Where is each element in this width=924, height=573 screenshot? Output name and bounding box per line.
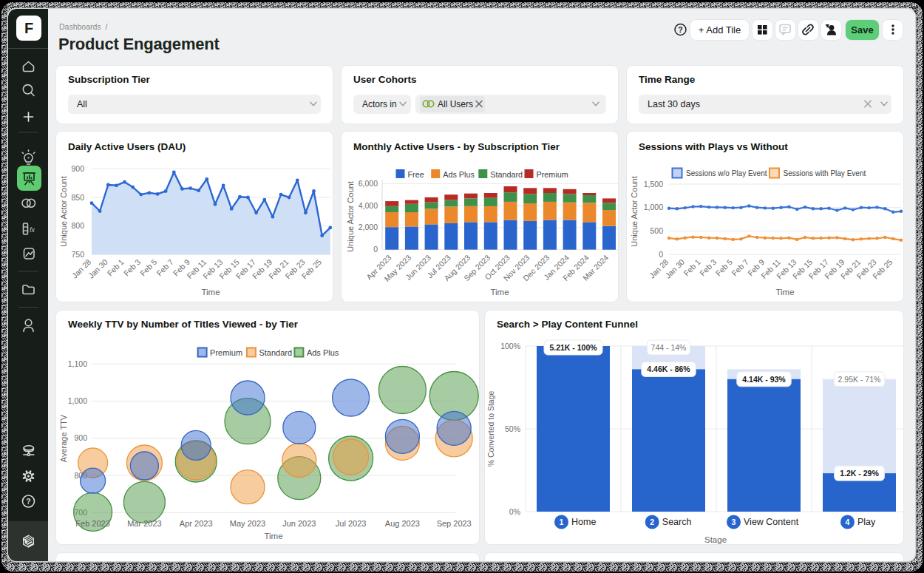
svg-text:4,000: 4,000 xyxy=(359,201,378,210)
svg-text:900: 900 xyxy=(74,433,87,442)
svg-text:Jan 30: Jan 30 xyxy=(86,257,109,280)
svg-text:Time: Time xyxy=(775,288,794,296)
svg-text:0%: 0% xyxy=(509,507,520,516)
svg-text:Feb 7: Feb 7 xyxy=(730,257,750,278)
svg-text:Unique Actor Count: Unique Actor Count xyxy=(59,176,68,246)
svg-text:1,000: 1,000 xyxy=(68,396,87,405)
svg-text:800: 800 xyxy=(71,221,84,230)
svg-text:% Converted to Stage: % Converted to Stage xyxy=(486,390,495,467)
svg-text:Feb 3: Feb 3 xyxy=(122,257,143,278)
svg-text:50%: 50% xyxy=(505,424,520,433)
svg-text:Feb 5: Feb 5 xyxy=(138,257,159,278)
svg-text:Stage: Stage xyxy=(704,535,727,544)
svg-text:Home: Home xyxy=(571,517,596,527)
svg-text:May 2023: May 2023 xyxy=(230,519,265,528)
svg-text:2,000: 2,000 xyxy=(359,223,378,231)
svg-text:3: 3 xyxy=(732,518,736,526)
svg-text:4.46K - 86%: 4.46K - 86% xyxy=(647,365,690,373)
svg-text:Sessions with Play Event: Sessions with Play Event xyxy=(784,169,866,177)
svg-text:744 - 14%: 744 - 14% xyxy=(651,343,687,352)
svg-text:1,000: 1,000 xyxy=(644,203,663,211)
svg-text:Standard: Standard xyxy=(490,170,523,179)
svg-text:0: 0 xyxy=(659,250,663,259)
svg-text:Jul 2023: Jul 2023 xyxy=(336,519,367,528)
svg-text:Mar 2023: Mar 2023 xyxy=(127,519,161,528)
svg-text:Premium: Premium xyxy=(210,348,242,357)
svg-text:Feb 7: Feb 7 xyxy=(154,257,175,278)
svg-text:1,100: 1,100 xyxy=(68,359,87,368)
svg-text:4.14K - 93%: 4.14K - 93% xyxy=(742,375,786,384)
svg-text:Unique Actor Count: Unique Actor Count xyxy=(630,176,639,246)
svg-text:Time: Time xyxy=(264,532,282,540)
svg-text:Apr 2023: Apr 2023 xyxy=(180,519,213,528)
svg-text:1,500: 1,500 xyxy=(644,180,663,189)
svg-text:100%: 100% xyxy=(500,342,520,350)
svg-text:Feb 1: Feb 1 xyxy=(682,257,702,278)
svg-text:Ads Plus: Ads Plus xyxy=(443,170,475,179)
svg-text:Aug 2023: Aug 2023 xyxy=(385,519,420,528)
svg-text:Standard: Standard xyxy=(259,348,292,357)
svg-text:Feb 3: Feb 3 xyxy=(698,257,719,278)
svg-text:Search: Search xyxy=(662,517,692,527)
svg-text:Free: Free xyxy=(408,170,424,179)
svg-text:?: ? xyxy=(26,497,30,506)
svg-text:900: 900 xyxy=(71,164,84,173)
svg-text:Feb 5: Feb 5 xyxy=(714,257,735,278)
svg-text:750: 750 xyxy=(71,250,84,259)
svg-text:Premium: Premium xyxy=(537,170,568,179)
svg-text:5.21K - 100%: 5.21K - 100% xyxy=(549,343,597,352)
svg-text:Jun 2023: Jun 2023 xyxy=(282,519,316,528)
svg-text:Feb 2023: Feb 2023 xyxy=(75,519,109,528)
svg-text:fx: fx xyxy=(30,226,35,234)
svg-text:Unique Actor Count: Unique Actor Count xyxy=(346,181,355,251)
svg-text:?: ? xyxy=(678,25,682,34)
svg-text:Time: Time xyxy=(201,288,220,296)
svg-text:Average TTV: Average TTV xyxy=(59,414,68,462)
svg-text:2.95K - 71%: 2.95K - 71% xyxy=(838,375,881,384)
svg-text:1.2K - 29%: 1.2K - 29% xyxy=(840,469,879,478)
svg-text:Ads Plus: Ads Plus xyxy=(307,348,339,357)
svg-text:0: 0 xyxy=(373,245,378,254)
svg-text:1: 1 xyxy=(560,518,564,526)
svg-text:6,000: 6,000 xyxy=(359,179,378,188)
svg-text:4: 4 xyxy=(846,518,850,526)
svg-text:View Content: View Content xyxy=(744,517,799,527)
svg-text:850: 850 xyxy=(71,193,84,202)
svg-text:500: 500 xyxy=(650,226,663,235)
svg-text:Play: Play xyxy=(857,517,876,527)
svg-text:Feb 1: Feb 1 xyxy=(105,257,126,278)
svg-text:Sessions w/o Play Event: Sessions w/o Play Event xyxy=(686,169,767,177)
svg-text:2: 2 xyxy=(650,518,654,526)
svg-text:Time: Time xyxy=(490,288,509,296)
svg-text:Sep 2023: Sep 2023 xyxy=(437,519,472,528)
